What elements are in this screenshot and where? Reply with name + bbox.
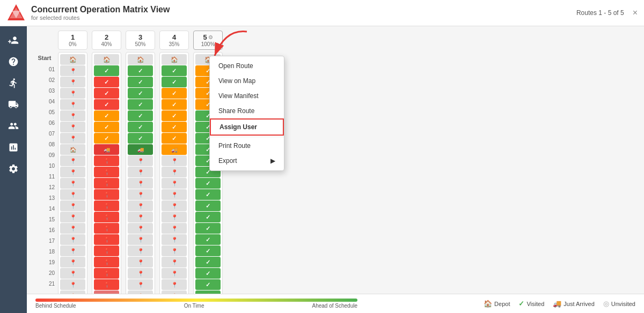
table-row: 📍 — [60, 200, 85, 211]
table-row: 📍 — [162, 189, 187, 200]
table-row: 📍 — [162, 178, 187, 189]
table-row — [195, 268, 221, 279]
ontime-label: On Time — [184, 303, 204, 309]
table-row — [162, 77, 187, 87]
table-row — [128, 77, 153, 87]
table-row: 📍 — [60, 99, 85, 110]
col-header-5[interactable]: 5 ⚙ 100% — [193, 31, 223, 50]
table-row: 📍 — [162, 155, 187, 166]
menu-item-view-on-map[interactable]: View on Map — [210, 73, 284, 88]
table-row — [94, 110, 119, 121]
table-row: 📍 — [162, 234, 187, 245]
main-layout: 1 0% 2 40% 3 50% 4 35% 5 — [0, 26, 644, 313]
close-button[interactable]: × — [633, 8, 638, 18]
table-row — [162, 122, 187, 132]
table-row: 📍 — [94, 167, 119, 177]
sidebar — [0, 26, 27, 313]
table-row: 📍 — [60, 77, 85, 87]
table-row: 📍 — [60, 212, 85, 222]
table-row: 📍 — [128, 200, 153, 211]
sidebar-item-add-user[interactable] — [3, 31, 24, 50]
col-header-2: 2 40% — [92, 31, 121, 50]
sidebar-item-analytics[interactable] — [3, 138, 24, 157]
menu-item-share-route[interactable]: Share Route — [210, 103, 284, 118]
route-col-3: 🏠 🚚 📍 📍 📍 📍 📍 📍 📍 📍 — [126, 52, 155, 294]
sidebar-item-help[interactable] — [3, 52, 24, 71]
table-row — [195, 223, 221, 234]
menu-item-view-manifest[interactable]: View Manifest — [210, 88, 284, 103]
legend-depot: 🏠 Depot — [484, 300, 510, 308]
table-row — [162, 88, 187, 99]
gradient-bar — [35, 299, 357, 302]
table-row: 📍 — [60, 268, 85, 279]
table-row: 📍 — [128, 155, 153, 166]
table-row: 📍 — [128, 178, 153, 189]
table-row: 📍 — [162, 257, 187, 267]
table-row: 📍 — [94, 245, 119, 256]
header-left: Concurrent Operation Matrix View for sel… — [6, 3, 170, 23]
page-title: Concurrent Operation Matrix View — [31, 5, 170, 14]
table-row — [128, 99, 153, 110]
table-row — [128, 122, 153, 132]
table-row: 🏠 — [94, 290, 119, 294]
menu-item-assign-user[interactable]: Assign User — [210, 118, 284, 136]
unvisited-label: Unvisited — [611, 301, 635, 307]
table-row — [128, 110, 153, 121]
schedule-gradient: Behind Schedule On Time Ahead of Schedul… — [35, 299, 357, 309]
table-row: 🚚 — [94, 144, 119, 155]
col-header-4: 4 35% — [159, 31, 189, 50]
depot-label: Depot — [494, 301, 510, 307]
title-block: Concurrent Operation Matrix View for sel… — [31, 5, 170, 21]
table-row — [128, 133, 153, 144]
table-row — [94, 65, 119, 76]
table-row: 📍 — [128, 245, 153, 256]
app-logo — [6, 3, 26, 23]
header-right: Routes 1 - 5 of 5 × — [576, 8, 638, 18]
table-row: 🚚 — [162, 144, 187, 155]
table-row: 📍 — [94, 189, 119, 200]
sidebar-item-routes[interactable] — [3, 73, 24, 93]
table-row: 🏠 — [94, 54, 119, 65]
page-subtitle: for selected routes — [31, 14, 170, 21]
context-menu: Open Route View on Map View Manifest Sha… — [209, 56, 284, 171]
route-col-4: 🏠 🚚 📍 📍 📍 📍 📍 📍 📍 📍 — [159, 52, 189, 294]
menu-item-export[interactable]: Export ▶ — [210, 153, 284, 168]
just-arrived-label: Just Arrived — [564, 301, 594, 307]
menu-item-print-route[interactable]: Print Route — [210, 138, 284, 153]
routes-info: Routes 1 - 5 of 5 — [576, 9, 624, 17]
table-row: 📍 — [128, 223, 153, 234]
table-row: 📍 — [94, 212, 119, 222]
table-row: 📍 — [94, 234, 119, 245]
sidebar-item-settings[interactable] — [3, 159, 24, 178]
legend-unvisited: ◎ Unvisited — [603, 300, 635, 308]
sidebar-item-fleet[interactable] — [3, 116, 24, 136]
table-row: 📍 — [162, 279, 187, 290]
gear-icon-col5[interactable]: ⚙ — [208, 34, 213, 40]
col-header-3: 3 50% — [126, 31, 155, 50]
table-row — [195, 245, 221, 256]
table-row: 📍 — [128, 167, 153, 177]
depot-icon: 🏠 — [484, 300, 492, 308]
table-row: 📍 — [128, 212, 153, 222]
legend-visited: ✓ Visited — [518, 300, 544, 308]
table-row — [195, 200, 221, 211]
table-row — [195, 189, 221, 200]
sidebar-item-dispatch[interactable] — [3, 95, 24, 114]
table-row: 🏠 — [128, 54, 153, 65]
menu-item-open-route[interactable]: Open Route — [210, 58, 284, 73]
table-row — [94, 99, 119, 110]
table-row: 📍 — [60, 223, 85, 234]
table-row: 📍 — [162, 245, 187, 256]
table-row: 📍 — [60, 133, 85, 144]
table-row — [94, 88, 119, 99]
table-row: 📍 — [94, 155, 119, 166]
table-row: 📍 — [60, 110, 85, 121]
table-row — [162, 99, 187, 110]
ahead-schedule-label: Ahead of Schedule — [312, 303, 357, 309]
table-row — [128, 65, 153, 76]
menu-divider — [210, 137, 284, 137]
column-headers: 1 0% 2 40% 3 50% 4 35% 5 — [58, 31, 640, 50]
matrix-body: Start 01 02 03 04 05 06 07 08 09 10 11 1… — [31, 52, 640, 294]
table-row — [195, 257, 221, 267]
table-row: 📍 — [60, 88, 85, 99]
